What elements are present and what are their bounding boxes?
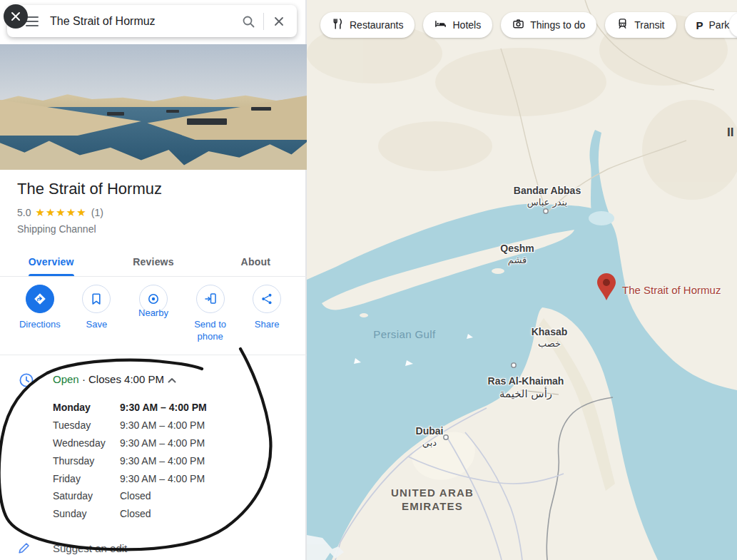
google-maps-app: Bandar Abbas بندر عباس Qeshm قشم Persian…: [0, 0, 737, 560]
search-button[interactable]: [236, 9, 260, 34]
time-value: 9:30 AM – 4:00 PM: [120, 402, 267, 413]
map-pin-label: The Strait of Hormuz: [622, 284, 721, 296]
map-canvas[interactable]: Bandar Abbas بندر عباس Qeshm قشم Persian…: [307, 0, 737, 560]
search-card: The Strait of Hormuz: [7, 5, 297, 37]
chip-label: Things to do: [530, 19, 585, 31]
hotels-icon: [434, 18, 447, 32]
clear-search-button[interactable]: [267, 9, 291, 34]
parking-icon: P: [696, 19, 703, 31]
map-label-ras-al-khaimah-en: Ras Al-Khaimah: [488, 375, 564, 387]
map-label-dubai-en: Dubai: [416, 425, 444, 437]
place-category: Shipping Channel: [17, 223, 162, 235]
action-label: Directions: [19, 319, 61, 331]
directions-button[interactable]: Directions: [11, 285, 68, 343]
time-value: 9:30 AM – 4:00 PM: [120, 473, 267, 484]
hours-row-friday: Friday 9:30 AM – 4:00 PM: [53, 469, 267, 487]
map-label-dubai: Dubai دبي: [416, 425, 444, 448]
hours-status-text: Open · Closes 4:00 PM: [53, 373, 164, 385]
opening-hours-table: Monday 9:30 AM – 4:00 PM Tuesday 9:30 AM…: [53, 399, 267, 523]
map-label-ras-al-khaimah: Ras Al-Khaimah رأس الخيمة: [488, 375, 564, 400]
search-input[interactable]: The Strait of Hormuz: [50, 15, 236, 28]
pin-icon: [597, 273, 616, 300]
time-value: 9:30 AM – 4:00 PM: [120, 455, 267, 467]
suggest-edit-label: Suggest an edit: [53, 542, 127, 554]
chip-label: Hotels: [452, 19, 481, 31]
day-label: Friday: [53, 473, 120, 484]
place-panel: The Strait of Hormuz The Strait of Horm: [0, 0, 307, 560]
map-label-united-arab-emirates: UNITED ARAB EMIRATES: [391, 487, 474, 514]
map-category-chips: Restaurants Hotels: [320, 12, 737, 38]
chip-hotels[interactable]: Hotels: [423, 12, 492, 38]
hours-row-wednesday: Wednesday 9:30 AM – 4:00 PM: [53, 434, 267, 452]
closes-text: · Closes 4:00 PM: [82, 373, 164, 385]
map-label-qeshm-en: Qeshm: [500, 243, 534, 254]
send-to-phone-icon: [196, 285, 225, 313]
chevron-up-icon[interactable]: [166, 374, 178, 390]
map-label-qeshm: Qeshm قشم: [500, 243, 534, 265]
hours-row-thursday: Thursday 9:30 AM – 4:00 PM: [53, 452, 267, 469]
day-label: Thursday: [53, 455, 120, 467]
search-divider: [263, 13, 264, 30]
hours-summary-row[interactable]: Open · Closes 4:00 PM: [0, 370, 307, 392]
day-label: Saturday: [53, 490, 120, 502]
clock-icon: [19, 372, 34, 391]
map-label-qeshm-ar: قشم: [500, 255, 534, 265]
directions-icon: [26, 285, 54, 313]
photo-ship: [107, 112, 124, 116]
tab-about[interactable]: About: [205, 248, 307, 276]
map-label-bandar-abbas-en: Bandar Abbas: [514, 185, 581, 196]
map-label-khasab-ar: خصب: [532, 338, 568, 349]
day-label: Sunday: [53, 508, 120, 519]
hours-row-monday: Monday 9:30 AM – 4:00 PM: [53, 399, 267, 417]
map-base-art: [307, 0, 737, 560]
send-to-phone-button[interactable]: Send to phone: [182, 285, 239, 343]
map-label-khasab-en: Khasab: [532, 326, 568, 337]
suggest-an-edit-row[interactable]: Suggest an edit: [0, 536, 307, 560]
title-block: The Strait of Hormuz 5.0 ★★★★★ (1) Shipp…: [17, 180, 162, 235]
photo-ship: [187, 118, 227, 125]
map-pin[interactable]: [597, 273, 616, 300]
camera-icon: [512, 18, 524, 32]
time-value: Closed: [120, 508, 267, 519]
day-label: Monday: [53, 402, 120, 413]
photo-ship: [251, 107, 271, 111]
time-value: 9:30 AM – 4:00 PM: [120, 437, 267, 449]
chip-restaurants[interactable]: Restaurants: [320, 12, 415, 38]
map-label-bandar-abbas-ar: بندر عباس: [514, 197, 581, 208]
bookmark-icon: [82, 285, 111, 313]
day-label: Wednesday: [53, 437, 120, 449]
map-label-persian-gulf: Persian Gulf: [373, 328, 435, 340]
country-line2: EMIRATES: [391, 500, 474, 514]
map-label-khasab: Khasab خصب: [532, 326, 568, 349]
overlay-close-button[interactable]: [4, 4, 28, 29]
map-label-edge-partial: II: [727, 126, 733, 140]
action-bar: Directions Save Nearby: [11, 285, 295, 343]
tab-reviews[interactable]: Reviews: [102, 248, 204, 276]
rating-value: 5.0: [17, 207, 31, 218]
day-label: Tuesday: [53, 419, 120, 431]
save-button[interactable]: Save: [68, 285, 126, 343]
transit-icon: [616, 18, 629, 32]
share-icon: [253, 285, 281, 313]
tab-overview[interactable]: Overview: [0, 248, 102, 276]
review-count[interactable]: (1): [91, 207, 103, 218]
chip-label: Transit: [634, 19, 664, 31]
action-label: Nearby: [138, 307, 168, 320]
action-label: Save: [86, 319, 108, 331]
action-label: Share: [255, 319, 280, 331]
restaurants-icon: [332, 18, 344, 32]
place-photo[interactable]: [0, 44, 307, 170]
rating-row: 5.0 ★★★★★ (1): [17, 206, 162, 219]
time-value: Closed: [120, 490, 267, 502]
chip-things-to-do[interactable]: Things to do: [501, 12, 596, 38]
close-icon: [11, 11, 21, 21]
search-icon: [241, 14, 255, 29]
country-line1: UNITED ARAB: [391, 487, 474, 500]
divider: [0, 276, 307, 277]
chip-transit[interactable]: Transit: [605, 12, 676, 38]
hours-row-tuesday: Tuesday 9:30 AM – 4:00 PM: [53, 417, 267, 434]
nearby-button[interactable]: Nearby: [125, 285, 182, 343]
share-button[interactable]: Share: [238, 285, 295, 343]
open-status: Open: [53, 373, 79, 385]
hours-row-saturday: Saturday Closed: [53, 487, 267, 505]
